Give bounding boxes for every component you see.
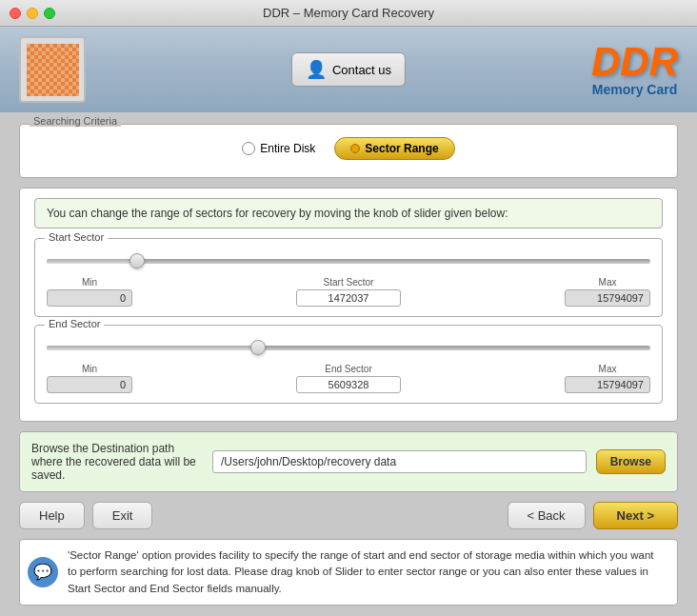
help-button[interactable]: Help bbox=[19, 502, 85, 529]
start-sector-thumb[interactable] bbox=[129, 253, 145, 268]
end-sector-label: End Sector bbox=[45, 318, 104, 329]
browse-description: Browse the Destination path where the re… bbox=[31, 442, 203, 482]
entire-disk-radio[interactable] bbox=[242, 142, 255, 155]
end-sector-thumb[interactable] bbox=[250, 340, 266, 355]
contact-button[interactable]: 👤 Contact us bbox=[291, 52, 406, 87]
start-center-group: Start Sector bbox=[296, 277, 401, 307]
end-min-group: Min bbox=[47, 364, 132, 393]
sector-range-box: You can change the range of sectors for … bbox=[19, 188, 678, 422]
back-button[interactable]: < Back bbox=[508, 502, 586, 529]
contact-icon: 👤 bbox=[306, 59, 327, 80]
end-min-label: Min bbox=[82, 364, 97, 374]
start-sector-label: Start Sector bbox=[45, 231, 108, 243]
titlebar: DDR – Memory Card Recovery bbox=[0, 0, 697, 27]
start-sector-slider-container[interactable] bbox=[47, 252, 650, 269]
browse-button[interactable]: Browse bbox=[596, 449, 666, 474]
end-max-group: Max bbox=[565, 364, 650, 393]
criteria-label: Searching Criteria bbox=[30, 115, 121, 127]
info-icon: 💬 bbox=[28, 557, 58, 587]
searching-criteria-section: Searching Criteria Entire Disk Sector Ra… bbox=[19, 124, 678, 178]
window-title: DDR – Memory Card Recovery bbox=[263, 6, 434, 20]
start-min-input[interactable] bbox=[47, 289, 132, 307]
end-center-label: End Sector bbox=[325, 364, 371, 374]
start-sector-fields: Min Start Sector Max bbox=[47, 277, 650, 307]
info-area: 💬 'Sector Range' option provides facilit… bbox=[19, 539, 678, 606]
end-max-input[interactable] bbox=[565, 376, 650, 393]
end-sector-fill bbox=[47, 346, 258, 350]
start-max-label: Max bbox=[599, 277, 617, 288]
entire-disk-label: Entire Disk bbox=[260, 142, 315, 155]
sector-range-button[interactable]: Sector Range bbox=[334, 137, 454, 160]
start-sector-section: Start Sector Min Start Sector Max bbox=[34, 238, 663, 317]
bottom-buttons: Help Exit < Back Next > bbox=[19, 502, 678, 529]
start-sector-fill bbox=[47, 259, 137, 264]
end-sector-input[interactable] bbox=[296, 376, 401, 393]
next-button[interactable]: Next > bbox=[593, 502, 678, 529]
end-max-label: Max bbox=[599, 364, 617, 374]
start-center-label: Start Sector bbox=[324, 277, 374, 288]
sector-range-radio-dot bbox=[350, 144, 360, 153]
logo-icon bbox=[27, 44, 79, 96]
exit-button[interactable]: Exit bbox=[92, 502, 153, 529]
app-logo bbox=[19, 36, 86, 103]
minimize-button[interactable] bbox=[27, 8, 38, 19]
start-max-input[interactable] bbox=[565, 289, 650, 307]
end-sector-track bbox=[47, 346, 650, 350]
end-min-input[interactable] bbox=[47, 376, 132, 393]
radio-group: Entire Disk Sector Range bbox=[34, 129, 663, 168]
start-sector-input[interactable] bbox=[296, 289, 401, 307]
brand-subtitle: Memory Card bbox=[591, 82, 678, 97]
start-min-label: Min bbox=[82, 277, 97, 288]
traffic-lights bbox=[10, 8, 55, 19]
entire-disk-option[interactable]: Entire Disk bbox=[242, 142, 315, 155]
browse-path-input[interactable] bbox=[212, 450, 587, 473]
start-sector-track bbox=[47, 259, 650, 264]
slider-info-text: You can change the range of sectors for … bbox=[34, 198, 663, 229]
header: 👤 Contact us DDR Memory Card bbox=[0, 27, 697, 112]
end-sector-fields: Min End Sector Max bbox=[47, 364, 650, 393]
sector-range-label: Sector Range bbox=[365, 142, 438, 155]
end-sector-slider-container[interactable] bbox=[47, 339, 650, 356]
end-center-group: End Sector bbox=[296, 364, 401, 393]
brand-name: DDR bbox=[591, 42, 678, 82]
start-min-group: Min bbox=[47, 277, 132, 307]
close-button[interactable] bbox=[10, 8, 21, 19]
contact-label: Contact us bbox=[332, 63, 391, 77]
brand-area: DDR Memory Card bbox=[591, 42, 678, 97]
info-tooltip-text: 'Sector Range' option provides facility … bbox=[68, 549, 654, 594]
maximize-button[interactable] bbox=[44, 8, 55, 19]
browse-section: Browse the Destination path where the re… bbox=[19, 431, 678, 492]
end-sector-section: End Sector Min End Sector Max bbox=[34, 325, 663, 404]
start-max-group: Max bbox=[565, 277, 650, 307]
main-content: Searching Criteria Entire Disk Sector Ra… bbox=[0, 112, 697, 616]
